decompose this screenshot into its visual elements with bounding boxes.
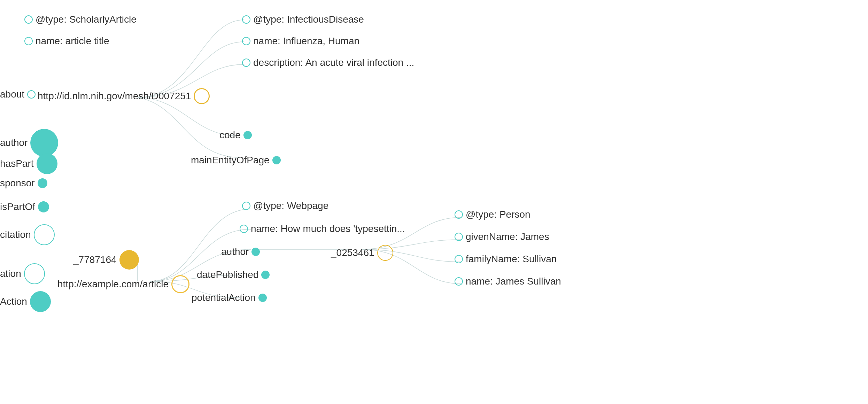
- description-acute-circle[interactable]: [242, 59, 250, 67]
- node-0253461-circle[interactable]: [377, 245, 393, 261]
- datepublished-label: datePublished: [197, 269, 258, 280]
- action-label: Action: [0, 296, 27, 307]
- mainentity-node: mainEntityOfPage: [191, 155, 281, 166]
- type-scholarly-circle[interactable]: [24, 15, 33, 24]
- about-url-node: http://id.nlm.nih.gov/mesh/D007251: [38, 88, 210, 104]
- haspart-label: hasPart: [0, 158, 34, 169]
- about-url-circle[interactable]: [194, 88, 210, 104]
- citation-node: citation: [0, 224, 55, 245]
- type-webpage-node: @type: Webpage: [242, 200, 328, 211]
- ispartof-label: isPartOf: [0, 201, 35, 212]
- name-typesetting-label: name: How much does 'typesettin...: [251, 223, 405, 234]
- familyname-node: familyName: Sullivan: [455, 254, 557, 265]
- node-0253461-label: _0253461: [331, 247, 374, 258]
- type-infectious-circle[interactable]: [242, 15, 250, 24]
- datepublished-node: datePublished: [197, 269, 270, 280]
- name-typesetting-node: name: How much does 'typesettin...: [240, 223, 405, 234]
- familyname-circle[interactable]: [455, 255, 463, 263]
- article-url-node: http://example.com/article: [57, 275, 189, 293]
- node-7787164-label: _7787164: [73, 254, 117, 265]
- node-7787164-circle[interactable]: [119, 250, 139, 270]
- type-scholarly-node: @type: ScholarlyArticle: [24, 14, 137, 25]
- action2-node: ation: [0, 263, 45, 284]
- author-sub-label: author: [221, 246, 249, 257]
- name-influenza-node: name: Influenza, Human: [242, 36, 359, 47]
- about-circle[interactable]: [27, 90, 36, 99]
- type-person-node: @type: Person: [455, 209, 530, 220]
- code-circle[interactable]: [243, 131, 252, 139]
- mainentity-label: mainEntityOfPage: [191, 155, 270, 166]
- givenname-circle[interactable]: [455, 233, 463, 241]
- name-influenza-circle[interactable]: [242, 37, 250, 45]
- potentialaction-circle[interactable]: [258, 294, 267, 302]
- action-circle[interactable]: [30, 291, 51, 312]
- code-label: code: [219, 130, 241, 141]
- sponsor-circle[interactable]: [38, 178, 47, 188]
- type-infectious-label: @type: InfectiousDisease: [253, 14, 364, 25]
- author-sub-node: author: [221, 246, 260, 257]
- name-article-circle[interactable]: [24, 37, 33, 45]
- givenname-label: givenName: James: [466, 231, 549, 242]
- familyname-label: familyName: Sullivan: [466, 254, 557, 265]
- description-acute-label: description: An acute viral infection ..…: [253, 57, 414, 68]
- potentialaction-node: potentialAction: [192, 292, 267, 303]
- haspart-node: hasPart: [0, 153, 57, 174]
- haspart-circle[interactable]: [37, 153, 57, 174]
- ispartof-circle[interactable]: [38, 201, 49, 212]
- node-0253461: _0253461: [331, 245, 393, 261]
- description-acute-node: description: An acute viral infection ..…: [242, 57, 414, 68]
- type-infectious-node: @type: InfectiousDisease: [242, 14, 364, 25]
- type-webpage-label: @type: Webpage: [253, 200, 328, 211]
- type-webpage-circle[interactable]: [242, 202, 250, 210]
- code-node: code: [219, 130, 252, 141]
- potentialaction-label: potentialAction: [192, 292, 256, 303]
- about-label: about: [0, 89, 24, 100]
- article-url-circle[interactable]: [171, 275, 189, 293]
- name-influenza-label: name: Influenza, Human: [253, 36, 359, 47]
- about-url-label: http://id.nlm.nih.gov/mesh/D007251: [38, 91, 191, 102]
- name-article-label: name: article title: [36, 36, 109, 47]
- datepublished-circle[interactable]: [261, 271, 270, 279]
- name-james-node: name: James Sullivan: [455, 276, 561, 287]
- name-james-label: name: James Sullivan: [466, 276, 561, 287]
- author-sub-circle[interactable]: [251, 248, 260, 256]
- type-person-circle[interactable]: [455, 210, 463, 219]
- action2-circle[interactable]: [24, 263, 45, 284]
- author-main-circle[interactable]: [30, 129, 58, 157]
- sponsor-label: sponsor: [0, 178, 35, 189]
- about-node: about: [0, 89, 36, 100]
- name-james-circle[interactable]: [455, 277, 463, 286]
- author-main-label: author: [0, 137, 28, 148]
- givenname-node: givenName: James: [455, 231, 549, 242]
- ispartof-node: isPartOf: [0, 201, 49, 212]
- action2-label: ation: [0, 268, 21, 279]
- article-url-label: http://example.com/article: [57, 279, 169, 290]
- name-article-node: name: article title: [24, 36, 109, 47]
- name-typesetting-circle[interactable]: [240, 225, 248, 233]
- action-node: Action: [0, 291, 51, 312]
- citation-label: citation: [0, 229, 31, 240]
- type-person-label: @type: Person: [466, 209, 530, 220]
- sponsor-node: sponsor: [0, 178, 47, 189]
- citation-circle[interactable]: [34, 224, 55, 245]
- mainentity-circle[interactable]: [272, 156, 281, 164]
- type-scholarly-label: @type: ScholarlyArticle: [36, 14, 137, 25]
- node-7787164: _7787164: [73, 250, 139, 270]
- author-main-node: author: [0, 129, 58, 157]
